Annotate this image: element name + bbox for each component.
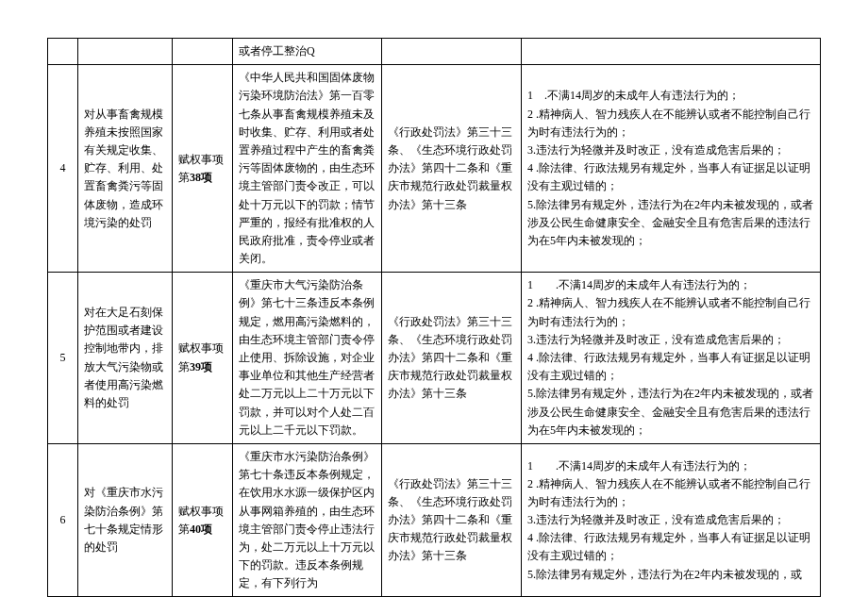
- cell: [173, 39, 233, 65]
- conditions: 1 .不满14周岁的未成年人有违法行为的； 2 .精神病人、智力残疾人在不能辨认…: [522, 65, 821, 273]
- legal-basis: 《重庆市水污染防治条例》第七十条违反本条例规定，在饮用水水源一级保护区内从事网箱…: [233, 443, 382, 597]
- penalty-title: 对从事畜禽规模养殖未按照国家有关规定收集、贮存、利用、处置畜禽粪污等固体废物，造…: [78, 65, 173, 273]
- cell: 或者停工整治Q: [233, 39, 382, 65]
- cell: [382, 39, 522, 65]
- conditions: 1 .不满14周岁的未成年人有违法行为的； 2 .精神病人、智力残疾人在不能辨认…: [522, 443, 821, 597]
- item-type: 赋权事项第38项: [173, 65, 233, 273]
- legal-basis: 《中华人民共和国固体废物污染环境防治法》第一百零七条从事畜禽规模养殖未及时收集、…: [233, 65, 382, 273]
- item-type: 赋权事项第40项: [173, 443, 233, 597]
- conditions: 1 .不满14周岁的未成年人有违法行为的； 2 .精神病人、智力残疾人在不能辨认…: [522, 273, 821, 444]
- row-number: 5: [48, 273, 78, 444]
- regulations-table: 或者停工整治Q 4 对从事畜禽规模养殖未按照国家有关规定收集、贮存、利用、处置畜…: [47, 38, 821, 597]
- reference: 《行政处罚法》第三十三条、《生态环境行政处罚办法》第四十二条和《重庆市规范行政处…: [382, 65, 522, 273]
- type-number: 39项: [190, 360, 212, 373]
- reference: 《行政处罚法》第三十三条、《生态环境行政处罚办法》第四十二条和《重庆市规范行政处…: [382, 273, 522, 444]
- cell: [522, 39, 821, 65]
- item-type: 赋权事项第39项: [173, 273, 233, 444]
- reference: 《行政处罚法》第三十三条、《生态环境行政处罚办法》第四十二条和《重庆市规范行政处…: [382, 443, 522, 597]
- penalty-title: 对在大足石刻保护范围或者建设控制地带内，排放大气污染物或者使用高污染燃料的处罚: [78, 273, 173, 444]
- row-number: 4: [48, 65, 78, 273]
- table-row: 4 对从事畜禽规模养殖未按照国家有关规定收集、贮存、利用、处置畜禽粪污等固体废物…: [48, 65, 821, 273]
- cell: [78, 39, 173, 65]
- table-row: 6 对《重庆市水污染防治条例》第七十条规定情形的处罚 赋权事项第40项 《重庆市…: [48, 443, 821, 597]
- table-row-top: 或者停工整治Q: [48, 39, 821, 65]
- cell: [48, 39, 78, 65]
- row-number: 6: [48, 443, 78, 597]
- type-number: 38项: [190, 171, 212, 184]
- type-number: 40项: [190, 523, 212, 536]
- table-row: 5 对在大足石刻保护范围或者建设控制地带内，排放大气污染物或者使用高污染燃料的处…: [48, 273, 821, 444]
- penalty-title: 对《重庆市水污染防治条例》第七十条规定情形的处罚: [78, 443, 173, 597]
- legal-basis: 《重庆市大气污染防治条例》第七十三条违反本条例规定，燃用高污染燃料的，由生态环境…: [233, 273, 382, 444]
